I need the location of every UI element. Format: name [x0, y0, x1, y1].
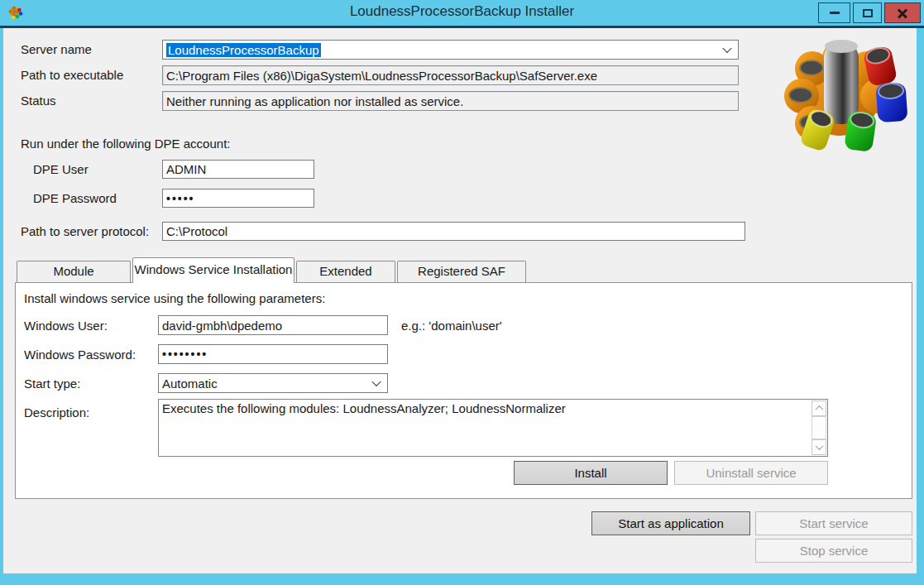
tab-windows-service-installation[interactable]: Windows Service Installation — [132, 257, 294, 283]
server-name-value: LoudnessProcessorBackup — [166, 43, 321, 57]
start-type-combobox[interactable]: Automatic — [158, 373, 388, 393]
window-title: LoudnessProcessorBackup Installer — [0, 3, 924, 20]
start-as-application-button[interactable]: Start as application — [591, 511, 750, 535]
chevron-down-icon — [815, 442, 823, 450]
description-label: Description: — [24, 405, 89, 420]
dpe-user-input[interactable]: ADMIN — [162, 160, 314, 179]
windows-password-input[interactable]: •••••••• — [158, 344, 388, 364]
dpe-password-input[interactable]: ••••• — [162, 189, 314, 208]
chevron-down-icon — [722, 44, 731, 53]
scrollbar-thumb[interactable] — [811, 416, 826, 439]
maximize-icon — [863, 9, 873, 17]
install-parameters-intro: Install windows service using the follow… — [24, 291, 325, 305]
windows-service-tab-page: Install windows service using the follow… — [15, 282, 912, 499]
chevron-up-icon — [815, 405, 823, 414]
server-name-combobox[interactable]: LoudnessProcessorBackup — [162, 40, 739, 60]
client-area: Server name LoudnessProcessorBackup Path… — [3, 28, 917, 573]
titlebar[interactable]: LoudnessProcessorBackup Installer — [0, 0, 924, 26]
tab-registered-saf-servers[interactable]: Registered SAF Servers — [397, 261, 526, 282]
status-field: Neither running as application nor insta… — [162, 91, 739, 111]
minimize-icon — [830, 12, 840, 14]
minimize-button[interactable] — [818, 2, 850, 23]
path-to-executable-label: Path to executable — [21, 68, 123, 82]
server-name-label: Server name — [21, 42, 92, 56]
path-to-executable-field: C:\Program Files (x86)\DigaSystem\Loudne… — [162, 65, 739, 85]
chevron-down-icon — [371, 377, 381, 386]
description-value: Executes the following modules: Loudness… — [162, 401, 809, 415]
start-type-label: Start type: — [24, 376, 80, 391]
maximize-button[interactable] — [853, 2, 882, 23]
close-button[interactable] — [884, 2, 921, 23]
status-value: Neither running as application nor insta… — [166, 94, 463, 108]
close-icon — [897, 7, 908, 19]
windows-user-input[interactable]: david-gmbh\dpedemo — [158, 315, 388, 335]
windows-user-hint: e.g.: 'domain\user' — [401, 319, 502, 333]
description-scrollbar[interactable] — [811, 400, 826, 455]
digasystem-logo — [782, 36, 916, 161]
description-textarea[interactable]: Executes the following modules: Loudness… — [158, 399, 828, 457]
tab-extended-settings[interactable]: Extended Settings — [296, 261, 395, 282]
start-type-value: Automatic — [162, 376, 218, 391]
scroll-down-button[interactable] — [811, 439, 826, 455]
status-label: Status — [21, 94, 56, 108]
tab-module-instantiations[interactable]: Module Instantiations — [17, 261, 131, 282]
start-service-button: Start service — [755, 511, 912, 535]
installer-window: LoudnessProcessorBackup Installer — [0, 0, 924, 585]
install-button[interactable]: Install — [514, 461, 668, 485]
windows-user-label: Windows User: — [24, 319, 108, 333]
scroll-up-button[interactable] — [811, 400, 826, 416]
dpe-password-value: ••••• — [166, 192, 195, 205]
path-to-executable-value: C:\Program Files (x86)\DigaSystem\Loudne… — [166, 69, 597, 83]
protocol-path-input[interactable]: C:\Protocol — [162, 222, 745, 241]
windows-user-value: david-gmbh\dpedemo — [162, 319, 282, 333]
dpe-password-label: DPE Password — [33, 191, 117, 205]
protocol-path-label: Path to server protocol: — [21, 224, 149, 238]
dpe-user-label: DPE User — [33, 162, 89, 176]
windows-password-value: •••••••• — [162, 348, 208, 361]
windows-password-label: Windows Password: — [24, 348, 136, 362]
dpe-user-value: ADMIN — [166, 162, 206, 176]
protocol-path-value: C:\Protocol — [166, 224, 227, 238]
stop-service-button: Stop service — [755, 539, 912, 563]
dpe-account-section-label: Run under the following DPE account: — [21, 137, 230, 151]
uninstall-service-button: Uninstall service — [674, 461, 828, 485]
